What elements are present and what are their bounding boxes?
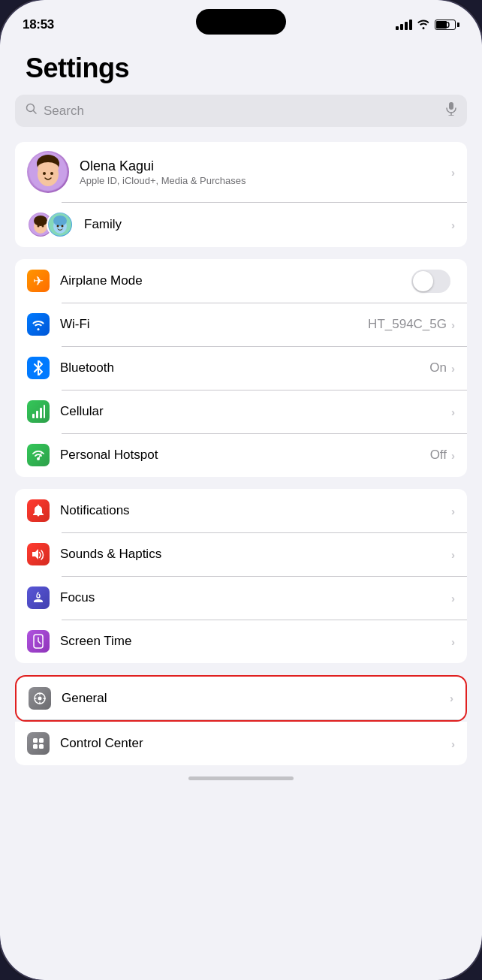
notifications-chevron: ›: [451, 505, 455, 517]
focus-text: Focus: [60, 590, 451, 605]
family-chevron: ›: [451, 219, 455, 231]
notifications-row[interactable]: Notifications ›: [15, 489, 467, 532]
general-row[interactable]: General ›: [17, 677, 465, 720]
control-center-text: Control Center: [60, 736, 451, 751]
family-row[interactable]: Family ›: [15, 202, 467, 247]
phone-screen: 18:53 60: [0, 0, 482, 980]
svg-point-9: [43, 172, 46, 175]
dynamic-island: [196, 9, 286, 35]
focus-icon: [27, 586, 50, 609]
family-label: Family: [84, 217, 122, 231]
svg-rect-35: [33, 744, 38, 749]
general-icon: [29, 687, 51, 710]
profile-row[interactable]: Olena Kagui Apple ID, iCloud+, Media & P…: [15, 142, 467, 202]
profile-subtitle: Apple ID, iCloud+, Media & Purchases: [80, 175, 451, 186]
search-icon: [26, 103, 38, 119]
svg-rect-24: [44, 405, 45, 418]
screen-content: Settings Search: [0, 41, 482, 980]
svg-point-8: [38, 162, 59, 174]
phone-frame: 18:53 60: [0, 0, 482, 980]
focus-chevron: ›: [451, 592, 455, 605]
page-title: Settings: [15, 41, 467, 95]
general-group-wrapper: General ›: [15, 675, 467, 765]
sounds-icon: [27, 543, 50, 565]
sounds-chevron: ›: [451, 548, 455, 561]
search-bar[interactable]: Search: [15, 95, 467, 127]
control-center-row[interactable]: Control Center ›: [15, 722, 467, 765]
cellular-text: Cellular: [60, 404, 451, 419]
svg-line-1: [34, 111, 37, 114]
svg-point-13: [34, 216, 47, 226]
bluetooth-icon: [27, 357, 50, 379]
bluetooth-label: Bluetooth: [60, 360, 114, 375]
profile-chevron: ›: [451, 166, 455, 179]
hotspot-text: Personal Hotspot: [60, 448, 430, 463]
general-chevron: ›: [450, 692, 453, 704]
bluetooth-value: On: [429, 360, 447, 375]
svg-rect-23: [40, 408, 42, 418]
control-center-label: Control Center: [60, 736, 143, 750]
airplane-mode-row[interactable]: ✈ Airplane Mode: [15, 259, 467, 303]
cellular-label: Cellular: [60, 404, 104, 418]
profile-text: Olena Kagui Apple ID, iCloud+, Media & P…: [80, 158, 451, 186]
svg-point-10: [50, 172, 53, 175]
sounds-text: Sounds & Haptics: [60, 547, 451, 562]
svg-point-18: [53, 216, 67, 226]
family-avatars: [27, 211, 74, 238]
wifi-row[interactable]: Wi-Fi HT_594C_5G ›: [15, 303, 467, 346]
control-center-icon: [27, 732, 50, 755]
bluetooth-chevron: ›: [451, 362, 455, 375]
airplane-mode-label: Airplane Mode: [60, 273, 143, 288]
family-avatar-2: [47, 211, 74, 238]
svg-point-19: [57, 225, 59, 228]
family-text: Family: [84, 217, 451, 232]
screen-time-text: Screen Time: [60, 634, 451, 649]
notifications-group: Notifications › Sounds & Haptics: [15, 489, 467, 663]
screen-time-label: Screen Time: [60, 634, 131, 648]
sounds-row[interactable]: Sounds & Haptics ›: [15, 532, 467, 576]
status-time: 18:53: [23, 17, 54, 32]
hotspot-chevron: ›: [451, 449, 455, 462]
sounds-label: Sounds & Haptics: [60, 547, 161, 561]
avatar-memoji: [29, 152, 68, 191]
control-center-group: Control Center ›: [15, 722, 467, 765]
cellular-chevron: ›: [451, 406, 455, 418]
general-text: General: [62, 691, 450, 706]
cellular-row[interactable]: Cellular ›: [15, 390, 467, 433]
airplane-mode-toggle[interactable]: [411, 270, 450, 293]
cellular-icon: [27, 400, 50, 423]
svg-point-15: [42, 225, 44, 228]
svg-rect-36: [39, 744, 44, 749]
account-group: Olena Kagui Apple ID, iCloud+, Media & P…: [15, 142, 467, 247]
wifi-text: Wi-Fi: [60, 317, 368, 332]
svg-point-20: [62, 225, 64, 228]
general-highlighted-container: General ›: [15, 675, 467, 722]
wifi-status-icon: [417, 19, 430, 32]
airplane-mode-text: Airplane Mode: [60, 273, 411, 288]
profile-name: Olena Kagui: [80, 158, 451, 174]
notifications-icon: [27, 499, 50, 522]
microphone-icon: [446, 102, 456, 119]
screen-time-chevron: ›: [451, 635, 455, 648]
status-bar: 18:53 60: [0, 0, 482, 41]
status-icons: 60: [396, 19, 459, 32]
notifications-label: Notifications: [60, 503, 130, 517]
avatar: [27, 151, 69, 193]
screen-time-row[interactable]: Screen Time ›: [15, 620, 467, 663]
bluetooth-row[interactable]: Bluetooth On ›: [15, 346, 467, 390]
hotspot-row[interactable]: Personal Hotspot Off ›: [15, 433, 467, 477]
svg-point-14: [38, 225, 40, 228]
control-center-chevron: ›: [451, 737, 455, 750]
bluetooth-text: Bluetooth: [60, 360, 429, 375]
wifi-label: Wi-Fi: [60, 317, 90, 331]
svg-point-28: [38, 696, 42, 700]
svg-rect-2: [449, 102, 453, 110]
general-label: General: [62, 691, 107, 705]
wifi-icon: [27, 313, 50, 336]
svg-rect-34: [39, 738, 44, 743]
network-group: ✈ Airplane Mode: [15, 259, 467, 477]
signal-icon: [396, 20, 412, 30]
focus-row[interactable]: Focus ›: [15, 576, 467, 620]
battery-icon: 60: [435, 20, 459, 30]
screen-time-icon: [27, 630, 50, 653]
